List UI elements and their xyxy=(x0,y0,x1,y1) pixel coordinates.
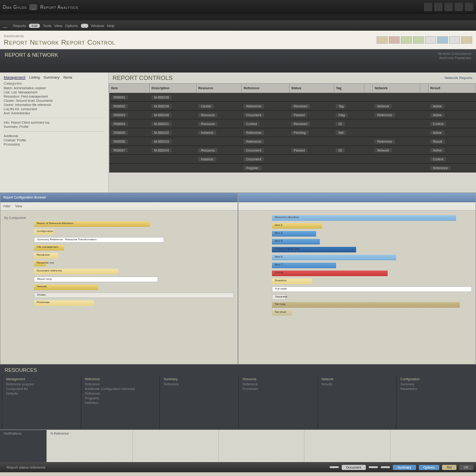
chart-bar[interactable]: Report long xyxy=(34,277,158,282)
chart-bar[interactable]: Item 3 xyxy=(272,231,316,237)
footer-link[interactable]: Reference xyxy=(164,383,234,386)
footer-link[interactable]: Reference xyxy=(85,383,155,386)
header-icon[interactable] xyxy=(434,3,443,11)
header-icon[interactable] xyxy=(465,3,473,11)
main-link[interactable]: Network Reports xyxy=(441,76,476,80)
status-item[interactable] xyxy=(381,466,390,468)
chart-bar[interactable]: Critical xyxy=(272,271,388,276)
table-row[interactable]: R00006M-000243ReferenceReferenceResult xyxy=(109,137,476,146)
thumbnail[interactable] xyxy=(425,36,436,44)
table-header[interactable]: Tag xyxy=(334,84,364,93)
status-item[interactable]: Summary xyxy=(393,465,416,470)
sidebar-line[interactable]: Batch: Administration register xyxy=(4,86,105,90)
thumbnail[interactable] xyxy=(437,36,448,44)
table-row[interactable]: R00001M-000238 xyxy=(109,93,476,102)
toolbar-item[interactable]: Options xyxy=(65,24,78,28)
chart-bar[interactable]: Document reference xyxy=(34,269,118,274)
toolbar-item[interactable]: Tools xyxy=(43,24,52,28)
sidebar-line[interactable]: Cluster: Second level: Documents xyxy=(4,99,105,102)
thumbnail[interactable] xyxy=(401,36,412,44)
toolbar-item[interactable]: View xyxy=(54,24,62,28)
chart-bar[interactable]: Item 6 xyxy=(272,255,396,260)
footer-link[interactable]: Reference xyxy=(85,392,155,395)
status-item[interactable]: Ref xyxy=(442,465,456,470)
sidebar-line[interactable]: Link: List: Management xyxy=(4,91,105,94)
table-row[interactable]: R00004M-000241ResourceControlResolved02C… xyxy=(109,119,476,128)
header-icon[interactable] xyxy=(455,3,463,11)
sidebar-tab[interactable]: Summary xyxy=(44,75,60,79)
sidebar-line[interactable]: Processing xyxy=(4,143,105,146)
chart-bar[interactable]: File management xyxy=(34,245,64,251)
table-row[interactable]: R00003M-000240ResourceDocumentPassedFlag… xyxy=(109,111,476,119)
footer-link[interactable]: Component list xyxy=(6,387,76,390)
table-header[interactable]: Description xyxy=(150,84,197,93)
footer-link[interactable]: Summary xyxy=(400,383,470,386)
table-header[interactable]: Reference xyxy=(242,84,289,93)
toolbar-button[interactable]: ⎯ xyxy=(81,24,88,28)
chart-bar[interactable]: Report of Resource Allocation xyxy=(34,221,150,227)
sidebar-line[interactable]: Change: Profile xyxy=(4,139,105,142)
chart-bar[interactable]: Tan short xyxy=(272,310,292,316)
footer-link[interactable]: Definition xyxy=(85,401,155,404)
table-header[interactable]: Network xyxy=(372,84,420,93)
sidebar-line[interactable]: Log file list_component xyxy=(4,107,105,111)
breadcrumb[interactable]: Dashboards xyxy=(4,34,115,38)
sidebar-line[interactable]: Resolution: Field management xyxy=(4,95,105,98)
table-row[interactable]: InstanceDocumentControl xyxy=(109,155,476,164)
chart-bar[interactable]: Network xyxy=(34,284,98,290)
panel-sub-item[interactable]: View xyxy=(15,205,22,208)
chart-bar[interactable]: Snapshot xyxy=(272,278,312,284)
chart-bar[interactable]: Item 4 xyxy=(272,239,320,245)
footer-link[interactable]: Reference program xyxy=(6,383,76,386)
status-item[interactable]: OK xyxy=(459,465,473,470)
footer-link[interactable]: Reference xyxy=(243,383,313,386)
chart-bar[interactable]: Processes xyxy=(34,300,94,306)
header-icon[interactable] xyxy=(424,3,432,11)
chart-bar[interactable]: Resource allocation xyxy=(272,215,456,221)
chart-bar[interactable]: Configuration xyxy=(34,229,54,235)
sidebar-tab[interactable]: Management xyxy=(4,75,26,79)
chart-bar[interactable]: Full width xyxy=(272,286,472,292)
sidebar-tab[interactable]: Items xyxy=(63,75,73,79)
chart-bar[interactable]: Tan long xyxy=(272,302,460,308)
chart-bar[interactable]: Separator xyxy=(272,294,286,300)
table-header[interactable]: Item xyxy=(109,84,150,93)
sidebar-line[interactable]: And: Administrator xyxy=(4,112,105,115)
panel-sub-item[interactable]: Filter xyxy=(3,205,11,208)
footer-link[interactable]: Parameters xyxy=(400,387,470,390)
table-row[interactable]: R00007M-000244ResourceDocumentPassed02Ne… xyxy=(109,146,476,155)
toolbar-item[interactable]: Help xyxy=(107,24,114,28)
header-icon[interactable] xyxy=(444,3,453,11)
footer-link[interactable]: Processes xyxy=(243,387,313,390)
status-item[interactable]: Options xyxy=(419,465,439,470)
chart-bar[interactable]: Resolution xyxy=(34,253,58,258)
panel-titlebar[interactable]: Report Configuration Browser xyxy=(0,193,238,202)
toolbar-item[interactable]: Reports xyxy=(13,24,26,28)
chart-bar[interactable]: Item 7 xyxy=(272,263,336,268)
chart-bar[interactable]: Summary Reference - Resource Transformat… xyxy=(34,237,164,243)
table-row[interactable]: R00005M-000242InstanceReferencePendingRe… xyxy=(109,128,476,137)
table-row[interactable]: R00002M-000239ClusterReferenceResolvedTa… xyxy=(109,102,476,111)
footer-link[interactable]: Results xyxy=(322,383,392,386)
sidebar-line[interactable]: Info: Report Client summary log xyxy=(4,121,105,124)
sidebar-line[interactable]: Additional xyxy=(4,134,105,138)
panel-titlebar[interactable] xyxy=(238,193,476,202)
table-row[interactable]: RegisterReference xyxy=(109,164,476,172)
table-header[interactable]: Result xyxy=(428,84,476,93)
status-item[interactable]: Document xyxy=(342,465,366,470)
sidebar-tab[interactable]: Listing xyxy=(29,75,40,79)
chart-bar[interactable]: Item 2 xyxy=(272,223,322,229)
status-item[interactable] xyxy=(369,466,378,468)
thumbnail[interactable] xyxy=(449,36,460,44)
chart-bar[interactable]: Resource row xyxy=(34,261,46,266)
table-header[interactable] xyxy=(364,84,373,93)
thumbnail[interactable] xyxy=(389,36,400,44)
sidebar-line[interactable]: Summary: Profile xyxy=(4,125,105,128)
sidebar-line[interactable]: Owner: Information file reference xyxy=(4,103,105,106)
table-header[interactable] xyxy=(420,84,429,93)
status-item[interactable] xyxy=(330,466,339,468)
thumbnail[interactable] xyxy=(461,36,472,44)
thumbnail[interactable] xyxy=(413,36,424,44)
table-header[interactable]: Resource xyxy=(196,84,242,93)
footer-link[interactable]: Additional: Configuration reference xyxy=(85,387,155,390)
